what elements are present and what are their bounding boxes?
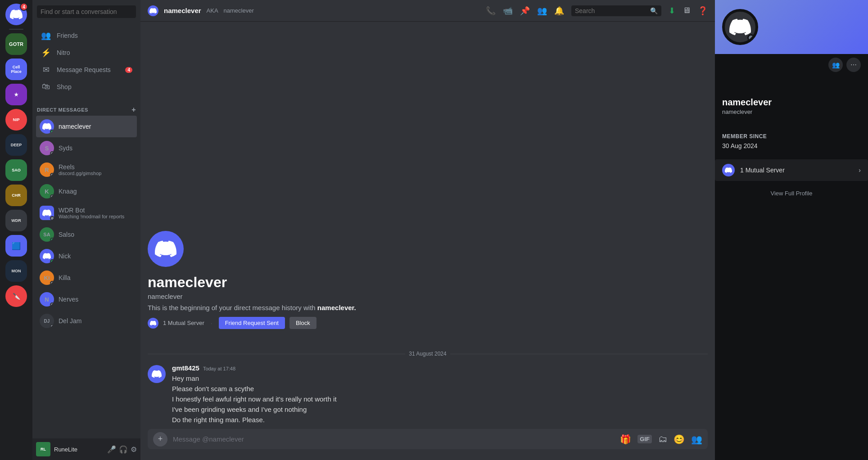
separator-line-right bbox=[450, 354, 708, 354]
mute-button[interactable]: 🎤 bbox=[107, 445, 116, 454]
dm-item-nameclever[interactable]: nameclever bbox=[36, 116, 137, 137]
add-friend-button[interactable]: 👥 bbox=[537, 6, 547, 16]
friends-label: Friends bbox=[57, 32, 78, 39]
search-input[interactable] bbox=[575, 7, 647, 14]
sticker-button[interactable]: 🗂 bbox=[658, 434, 667, 444]
dm-list: nameclever S Syds R Reels discord.gg/gim… bbox=[32, 116, 140, 438]
download-button[interactable]: ⬇ bbox=[669, 6, 675, 16]
sidebar-item-message-requests[interactable]: ✉ Message Requests 4 bbox=[36, 61, 137, 78]
dm-section-label: DIRECT MESSAGES bbox=[37, 107, 88, 113]
dm-user-info: Killa bbox=[59, 274, 133, 281]
gif-button[interactable]: GIF bbox=[637, 435, 652, 443]
add-attachment-button[interactable]: + bbox=[153, 432, 167, 446]
status-dot bbox=[50, 194, 54, 198]
profile-sidebar-avatar bbox=[722, 9, 758, 45]
video-call-button[interactable]: 📹 bbox=[503, 6, 513, 16]
dm-username: Syds bbox=[59, 144, 133, 152]
nitro-label: Nitro bbox=[57, 49, 70, 56]
dm-item-killa[interactable]: Ki Killa bbox=[36, 267, 137, 289]
user-controls: 🎤 🎧 ⚙ bbox=[107, 445, 137, 454]
dm-item-salso[interactable]: SA Salso bbox=[36, 224, 137, 245]
sidebar-item-nitro[interactable]: ⚡ Nitro bbox=[36, 44, 137, 61]
dm-item-reels[interactable]: R Reels discord.gg/gimshop bbox=[36, 159, 137, 180]
dm-item-nick[interactable]: Nick bbox=[36, 245, 137, 267]
dm-user-info: Syds bbox=[59, 144, 133, 152]
server-icon-wdr[interactable]: WDR bbox=[5, 210, 27, 231]
main-chat-area: nameclever AKA nameclever 📞 📹 📌 👥 🔔 🔍 ⬇ … bbox=[140, 0, 715, 460]
server-icon-char[interactable]: CHR bbox=[5, 185, 27, 206]
server-icon-sao[interactable]: SAO bbox=[5, 159, 27, 181]
server-label: CellPlace bbox=[11, 65, 22, 74]
avatar-wdr-bot bbox=[40, 206, 54, 220]
profile-mutual-server-row[interactable]: 1 Mutual Server › bbox=[715, 159, 868, 181]
server-icon-deep[interactable]: DEEP bbox=[5, 134, 27, 156]
block-button[interactable]: Block bbox=[289, 317, 316, 329]
server-divider bbox=[9, 29, 23, 30]
dm-item-syds[interactable]: S Syds bbox=[36, 137, 137, 159]
server-icon-monster[interactable]: MON bbox=[5, 260, 27, 282]
new-dm-button[interactable]: + bbox=[131, 106, 136, 114]
settings-button[interactable]: ⚙ bbox=[131, 445, 137, 454]
server-label: MON bbox=[12, 269, 21, 273]
inbox-button[interactable]: 🔔 bbox=[554, 6, 564, 16]
status-dot bbox=[50, 151, 54, 155]
date-separator-text: 31 August 2024 bbox=[409, 351, 446, 357]
dm-username: Del Jam bbox=[59, 317, 133, 325]
dm-username: Killa bbox=[59, 274, 133, 281]
intro-text: This is the beginning of your direct mes… bbox=[148, 304, 316, 311]
profile-more-button[interactable]: ⋯ bbox=[846, 58, 861, 72]
dm-username: Reels bbox=[59, 163, 133, 171]
status-dot bbox=[50, 216, 54, 220]
profile-intro-display-name: nameclever bbox=[148, 293, 708, 300]
dm-item-knaag[interactable]: K Knaag bbox=[36, 180, 137, 202]
chat-header-avatar bbox=[148, 5, 158, 16]
chat-header-actions: 📞 📹 📌 👥 🔔 🔍 ⬇ 🖥 ❓ bbox=[486, 5, 708, 16]
sidebar-item-friends[interactable]: 👥 Friends bbox=[36, 27, 137, 44]
avatar-nerves: N bbox=[40, 292, 54, 307]
server-label: SAO bbox=[12, 168, 21, 172]
dm-item-del-jam[interactable]: DJ Del Jam bbox=[36, 310, 137, 332]
deafen-button[interactable]: 🎧 bbox=[119, 445, 128, 454]
dm-item-nerves[interactable]: N Nerves bbox=[36, 289, 137, 310]
gift-button[interactable]: 🎁 bbox=[620, 434, 631, 445]
dm-user-info: Nerves bbox=[59, 296, 133, 303]
search-input[interactable] bbox=[37, 5, 136, 18]
message-input[interactable] bbox=[173, 429, 615, 449]
dm-user-info: WDR Bot Watching !modmail for reports bbox=[59, 207, 133, 219]
voice-call-button[interactable]: 📞 bbox=[486, 6, 496, 16]
pin-button[interactable]: 📌 bbox=[520, 6, 530, 16]
profile-sidebar-info: nameclever nameclever bbox=[715, 76, 868, 128]
dm-username: WDR Bot bbox=[59, 207, 133, 214]
avatar-nick bbox=[40, 249, 54, 263]
profile-add-friend-button[interactable]: 👥 bbox=[828, 58, 843, 72]
profile-member-since-section: Member Since 30 Aug 2024 bbox=[715, 128, 868, 155]
dm-user-info: Knaag bbox=[59, 188, 133, 195]
message-line-5: Do the right thing man. Please. bbox=[172, 415, 708, 424]
emoji-button[interactable]: 😊 bbox=[674, 434, 685, 445]
dm-user-info: nameclever bbox=[59, 123, 133, 130]
help-button[interactable]: ❓ bbox=[698, 6, 708, 16]
dm-username: Nick bbox=[59, 253, 133, 260]
server-icon-knives[interactable]: 🔪 bbox=[5, 285, 27, 307]
server-icon-nipple[interactable]: NIP bbox=[5, 109, 27, 131]
home-button[interactable]: 4 bbox=[5, 4, 27, 25]
friend-request-button[interactable]: Friend Request Sent bbox=[219, 317, 285, 329]
people-button[interactable]: 👥 bbox=[691, 434, 702, 445]
screen-button[interactable]: 🖥 bbox=[683, 6, 691, 15]
server-icon-gotr[interactable]: GOTR bbox=[5, 33, 27, 55]
server-icon-blue[interactable]: 🟦 bbox=[5, 235, 27, 257]
mutual-server-text: 1 Mutual Server bbox=[163, 320, 204, 326]
member-since-label: Member Since bbox=[722, 133, 861, 140]
avatar-del-jam: DJ bbox=[40, 314, 54, 328]
dm-item-wdr-bot[interactable]: WDR Bot Watching !modmail for reports bbox=[36, 202, 137, 224]
chevron-right-icon: › bbox=[859, 167, 861, 174]
avatar-reels: R bbox=[40, 162, 54, 177]
view-full-profile-button[interactable]: View Full Profile bbox=[715, 185, 868, 202]
chat-input-icons: 🎁 GIF 🗂 😊 👥 bbox=[620, 434, 702, 445]
server-label: GOTR bbox=[9, 41, 23, 47]
status-dot bbox=[50, 259, 54, 263]
dm-username: Salso bbox=[59, 231, 133, 238]
sidebar-item-shop[interactable]: 🛍 Shop bbox=[36, 78, 137, 95]
server-icon-cell-placers[interactable]: CellPlace bbox=[5, 59, 27, 80]
server-icon-star[interactable]: ★ bbox=[5, 84, 27, 105]
